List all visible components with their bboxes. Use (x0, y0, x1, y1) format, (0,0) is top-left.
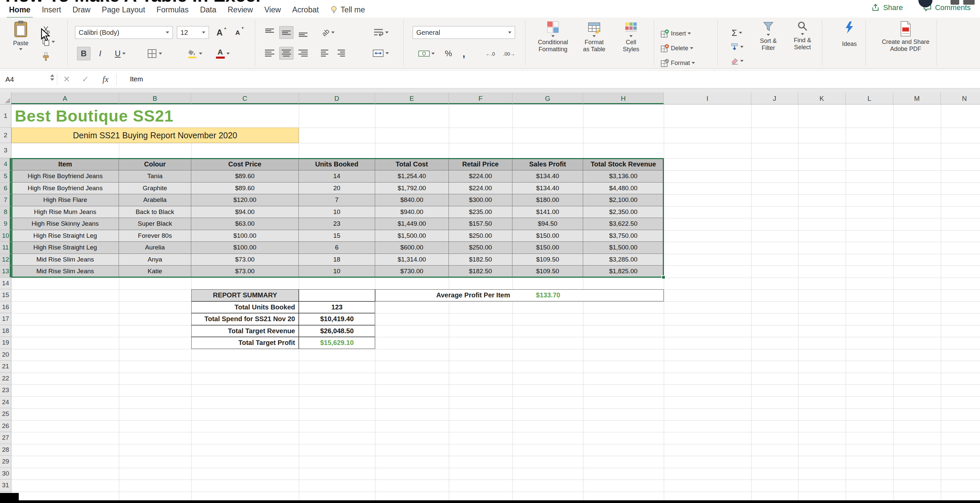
table-cell[interactable]: Katie (119, 266, 191, 278)
table-cell[interactable]: High Rise Skinny Jeans (11, 218, 119, 230)
column-header-H[interactable]: H (583, 92, 664, 105)
conditional-formatting-button[interactable]: Conditional Formatting (533, 21, 573, 53)
align-middle-button[interactable] (279, 26, 293, 39)
table-cell[interactable]: Anya (119, 254, 191, 266)
row-header-13[interactable]: 13 (0, 266, 11, 278)
accounting-format-button[interactable] (415, 47, 438, 60)
bold-button[interactable]: B (77, 47, 91, 60)
average-profit-box[interactable]: Average Profit Per Item$133.70 (375, 289, 664, 301)
table-header-cell[interactable]: Item (11, 158, 119, 170)
table-header-cell[interactable]: Cost Price (191, 158, 299, 170)
column-header-B[interactable]: B (119, 92, 191, 105)
row-header-16[interactable]: 16 (0, 301, 11, 314)
row-header-26[interactable]: 26 (0, 420, 11, 432)
table-cell[interactable]: $1,254.40 (375, 170, 449, 183)
table-cell[interactable]: 10 (299, 206, 375, 218)
table-cell[interactable]: $1,449.00 (375, 218, 449, 230)
table-cell[interactable]: $109.50 (512, 254, 583, 266)
table-cell[interactable]: $94.50 (512, 218, 583, 230)
table-cell[interactable]: $840.00 (375, 194, 449, 206)
orientation-button[interactable]: ab (318, 26, 339, 39)
row-header-9[interactable]: 9 (0, 218, 11, 230)
fill-color-button[interactable] (183, 47, 206, 60)
insert-function-button[interactable]: fx (95, 75, 116, 84)
decrease-font-size-button[interactable]: A▼ (232, 26, 248, 39)
table-cell[interactable]: High Rise Flare (11, 194, 119, 206)
table-cell[interactable]: High Rise Boyfriend Jeans (11, 183, 119, 194)
table-cell[interactable]: $134.40 (512, 170, 583, 183)
sort-filter-button[interactable]: Sort & Filter (753, 21, 784, 51)
sheet-subtitle-cell[interactable]: Denim SS21 Buying Report November 2020 (11, 127, 299, 143)
increase-decimal-button[interactable]: ←.0 (482, 47, 499, 60)
row-header-19[interactable]: 19 (0, 337, 11, 349)
column-header-G[interactable]: G (512, 92, 583, 105)
name-box-spinner[interactable] (50, 74, 54, 81)
table-cell[interactable]: $224.00 (449, 170, 512, 183)
table-cell[interactable]: $180.00 (512, 194, 583, 206)
table-cell[interactable]: $2,350.00 (583, 206, 664, 218)
align-right-button[interactable] (296, 47, 310, 60)
row-header-18[interactable]: 18 (0, 325, 11, 337)
table-cell[interactable]: Forever 80s (119, 230, 191, 242)
table-cell[interactable]: $3,285.00 (583, 254, 664, 266)
table-cell[interactable]: $1,314.00 (375, 254, 449, 266)
row-header-6[interactable]: 6 (0, 183, 11, 194)
comma-style-button[interactable]: , (458, 47, 470, 60)
table-cell[interactable]: $3,750.00 (583, 230, 664, 242)
row-header-7[interactable]: 7 (0, 194, 11, 206)
table-cell[interactable]: 20 (299, 183, 375, 194)
summary-value-cell[interactable]: $15,629.10 (299, 337, 375, 349)
table-cell[interactable]: High Rise Boyfriend Jeans (11, 170, 119, 183)
name-box[interactable]: A4 (0, 70, 57, 88)
find-select-button[interactable]: Find & Select (786, 21, 819, 51)
table-cell[interactable]: $150.00 (512, 242, 583, 254)
table-cell[interactable]: $94.00 (191, 206, 299, 218)
row-header-3[interactable]: 3 (0, 143, 11, 158)
table-cell[interactable]: $1,825.00 (583, 266, 664, 278)
row-header-15[interactable]: 15 (0, 289, 11, 301)
table-cell[interactable]: 6 (299, 242, 375, 254)
decrease-decimal-button[interactable]: .00→ (500, 47, 518, 60)
percent-style-button[interactable]: % (441, 47, 455, 60)
row-header-30[interactable]: 30 (0, 468, 11, 480)
table-cell[interactable]: $63.00 (191, 218, 299, 230)
underline-button[interactable]: U (110, 47, 130, 60)
sheet-title-cell[interactable]: Best Boutique SS21 (11, 105, 299, 127)
table-cell[interactable]: $182.50 (449, 266, 512, 278)
table-cell[interactable]: $141.00 (512, 206, 583, 218)
window-control-icon[interactable] (951, 0, 959, 5)
row-header-17[interactable]: 17 (0, 313, 11, 325)
table-cell[interactable]: 15 (299, 230, 375, 242)
table-header-cell[interactable]: Units Booked (299, 158, 375, 170)
column-header-E[interactable]: E (375, 92, 449, 105)
row-header-29[interactable]: 29 (0, 456, 11, 468)
table-cell[interactable]: $150.00 (512, 230, 583, 242)
table-cell[interactable]: Tania (119, 170, 191, 183)
table-cell[interactable]: Mid Rise Slim Jeans (11, 266, 119, 278)
row-header-5[interactable]: 5 (0, 170, 11, 183)
align-bottom-button[interactable] (296, 26, 310, 39)
column-header-N[interactable]: N (941, 92, 980, 105)
row-header-23[interactable]: 23 (0, 384, 11, 396)
summary-value-cell[interactable]: 123 (299, 301, 375, 314)
row-header-11[interactable]: 11 (0, 242, 11, 254)
summary-label-cell[interactable]: Total Units Booked (191, 301, 299, 314)
increase-font-size-button[interactable]: A▲ (214, 26, 230, 39)
ribbon-tab-view[interactable]: View (259, 3, 286, 18)
align-left-button[interactable] (262, 47, 277, 60)
select-all-corner[interactable] (0, 92, 11, 105)
number-format-select[interactable]: General (413, 26, 515, 39)
table-cell[interactable]: High Rise Straight Leg (11, 230, 119, 242)
cancel-entry-button[interactable]: ✕ (57, 74, 76, 84)
row-header-1[interactable]: 1 (0, 105, 11, 127)
formula-input[interactable]: Item (116, 75, 143, 83)
italic-button[interactable]: I (94, 47, 106, 60)
table-cell[interactable]: Graphite (119, 183, 191, 194)
ribbon-tab-tell-me[interactable]: Tell me (325, 3, 371, 18)
table-cell[interactable]: Back to Black (119, 206, 191, 218)
table-cell[interactable]: $73.00 (191, 254, 299, 266)
table-cell[interactable]: $940.00 (375, 206, 449, 218)
table-header-cell[interactable]: Colour (119, 158, 191, 170)
paste-button[interactable]: Paste (5, 20, 36, 50)
table-cell[interactable]: $300.00 (449, 194, 512, 206)
